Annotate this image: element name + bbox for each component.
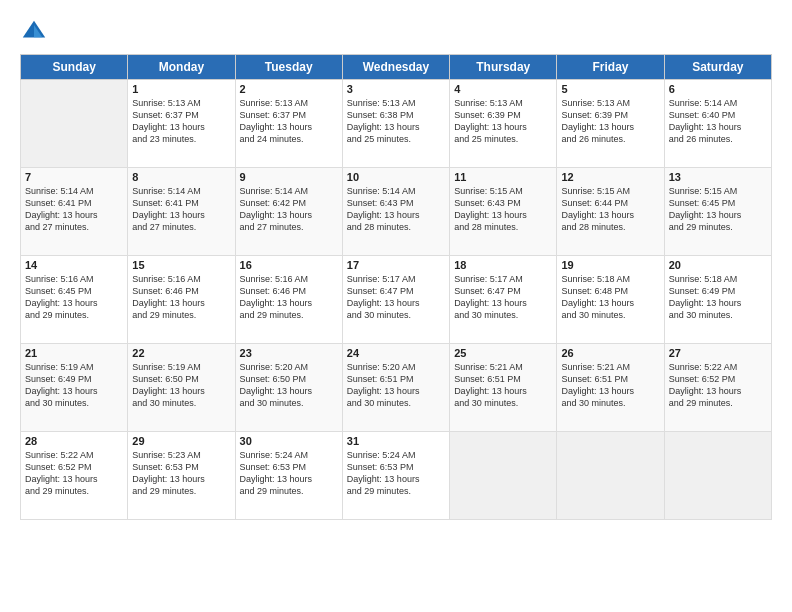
weekday-header-thursday: Thursday: [450, 55, 557, 80]
calendar-cell: 3Sunrise: 5:13 AM Sunset: 6:38 PM Daylig…: [342, 80, 449, 168]
weekday-header-sunday: Sunday: [21, 55, 128, 80]
calendar-cell: [664, 432, 771, 520]
day-info: Sunrise: 5:14 AM Sunset: 6:43 PM Dayligh…: [347, 185, 445, 234]
weekday-header-tuesday: Tuesday: [235, 55, 342, 80]
calendar-cell: 4Sunrise: 5:13 AM Sunset: 6:39 PM Daylig…: [450, 80, 557, 168]
weekday-header-friday: Friday: [557, 55, 664, 80]
day-info: Sunrise: 5:21 AM Sunset: 6:51 PM Dayligh…: [561, 361, 659, 410]
day-number: 4: [454, 83, 552, 95]
day-number: 23: [240, 347, 338, 359]
calendar-cell: 20Sunrise: 5:18 AM Sunset: 6:49 PM Dayli…: [664, 256, 771, 344]
day-number: 7: [25, 171, 123, 183]
day-info: Sunrise: 5:13 AM Sunset: 6:38 PM Dayligh…: [347, 97, 445, 146]
day-number: 5: [561, 83, 659, 95]
calendar-cell: [450, 432, 557, 520]
day-info: Sunrise: 5:16 AM Sunset: 6:46 PM Dayligh…: [240, 273, 338, 322]
day-info: Sunrise: 5:24 AM Sunset: 6:53 PM Dayligh…: [240, 449, 338, 498]
day-info: Sunrise: 5:13 AM Sunset: 6:37 PM Dayligh…: [240, 97, 338, 146]
calendar-cell: 9Sunrise: 5:14 AM Sunset: 6:42 PM Daylig…: [235, 168, 342, 256]
day-info: Sunrise: 5:18 AM Sunset: 6:48 PM Dayligh…: [561, 273, 659, 322]
logo: [20, 18, 52, 46]
calendar-cell: 31Sunrise: 5:24 AM Sunset: 6:53 PM Dayli…: [342, 432, 449, 520]
calendar-cell: [21, 80, 128, 168]
day-number: 13: [669, 171, 767, 183]
day-info: Sunrise: 5:17 AM Sunset: 6:47 PM Dayligh…: [454, 273, 552, 322]
calendar-week-2: 14Sunrise: 5:16 AM Sunset: 6:45 PM Dayli…: [21, 256, 772, 344]
calendar-cell: 5Sunrise: 5:13 AM Sunset: 6:39 PM Daylig…: [557, 80, 664, 168]
calendar-cell: 14Sunrise: 5:16 AM Sunset: 6:45 PM Dayli…: [21, 256, 128, 344]
day-number: 9: [240, 171, 338, 183]
day-number: 2: [240, 83, 338, 95]
calendar-cell: 12Sunrise: 5:15 AM Sunset: 6:44 PM Dayli…: [557, 168, 664, 256]
day-number: 16: [240, 259, 338, 271]
day-number: 28: [25, 435, 123, 447]
day-number: 19: [561, 259, 659, 271]
day-info: Sunrise: 5:16 AM Sunset: 6:45 PM Dayligh…: [25, 273, 123, 322]
day-info: Sunrise: 5:14 AM Sunset: 6:42 PM Dayligh…: [240, 185, 338, 234]
day-number: 18: [454, 259, 552, 271]
day-number: 6: [669, 83, 767, 95]
calendar-cell: 16Sunrise: 5:16 AM Sunset: 6:46 PM Dayli…: [235, 256, 342, 344]
calendar-cell: [557, 432, 664, 520]
day-info: Sunrise: 5:24 AM Sunset: 6:53 PM Dayligh…: [347, 449, 445, 498]
day-info: Sunrise: 5:15 AM Sunset: 6:45 PM Dayligh…: [669, 185, 767, 234]
day-number: 12: [561, 171, 659, 183]
day-number: 3: [347, 83, 445, 95]
day-number: 20: [669, 259, 767, 271]
day-number: 17: [347, 259, 445, 271]
calendar-cell: 23Sunrise: 5:20 AM Sunset: 6:50 PM Dayli…: [235, 344, 342, 432]
day-number: 8: [132, 171, 230, 183]
calendar-cell: 18Sunrise: 5:17 AM Sunset: 6:47 PM Dayli…: [450, 256, 557, 344]
calendar-cell: 11Sunrise: 5:15 AM Sunset: 6:43 PM Dayli…: [450, 168, 557, 256]
calendar-week-1: 7Sunrise: 5:14 AM Sunset: 6:41 PM Daylig…: [21, 168, 772, 256]
weekday-header-saturday: Saturday: [664, 55, 771, 80]
calendar-cell: 1Sunrise: 5:13 AM Sunset: 6:37 PM Daylig…: [128, 80, 235, 168]
day-number: 30: [240, 435, 338, 447]
day-number: 24: [347, 347, 445, 359]
day-number: 26: [561, 347, 659, 359]
calendar-cell: 27Sunrise: 5:22 AM Sunset: 6:52 PM Dayli…: [664, 344, 771, 432]
day-number: 14: [25, 259, 123, 271]
day-info: Sunrise: 5:19 AM Sunset: 6:50 PM Dayligh…: [132, 361, 230, 410]
calendar-cell: 19Sunrise: 5:18 AM Sunset: 6:48 PM Dayli…: [557, 256, 664, 344]
calendar-cell: 13Sunrise: 5:15 AM Sunset: 6:45 PM Dayli…: [664, 168, 771, 256]
calendar-cell: 6Sunrise: 5:14 AM Sunset: 6:40 PM Daylig…: [664, 80, 771, 168]
weekday-header-monday: Monday: [128, 55, 235, 80]
calendar-week-0: 1Sunrise: 5:13 AM Sunset: 6:37 PM Daylig…: [21, 80, 772, 168]
page: SundayMondayTuesdayWednesdayThursdayFrid…: [0, 0, 792, 612]
day-info: Sunrise: 5:20 AM Sunset: 6:51 PM Dayligh…: [347, 361, 445, 410]
calendar-cell: 17Sunrise: 5:17 AM Sunset: 6:47 PM Dayli…: [342, 256, 449, 344]
day-info: Sunrise: 5:14 AM Sunset: 6:41 PM Dayligh…: [132, 185, 230, 234]
day-number: 27: [669, 347, 767, 359]
day-number: 15: [132, 259, 230, 271]
day-number: 29: [132, 435, 230, 447]
day-number: 21: [25, 347, 123, 359]
calendar-cell: 26Sunrise: 5:21 AM Sunset: 6:51 PM Dayli…: [557, 344, 664, 432]
day-number: 10: [347, 171, 445, 183]
day-info: Sunrise: 5:16 AM Sunset: 6:46 PM Dayligh…: [132, 273, 230, 322]
calendar-cell: 29Sunrise: 5:23 AM Sunset: 6:53 PM Dayli…: [128, 432, 235, 520]
calendar-cell: 10Sunrise: 5:14 AM Sunset: 6:43 PM Dayli…: [342, 168, 449, 256]
calendar-cell: 2Sunrise: 5:13 AM Sunset: 6:37 PM Daylig…: [235, 80, 342, 168]
day-number: 1: [132, 83, 230, 95]
day-info: Sunrise: 5:22 AM Sunset: 6:52 PM Dayligh…: [669, 361, 767, 410]
day-info: Sunrise: 5:19 AM Sunset: 6:49 PM Dayligh…: [25, 361, 123, 410]
calendar-table: SundayMondayTuesdayWednesdayThursdayFrid…: [20, 54, 772, 520]
day-info: Sunrise: 5:13 AM Sunset: 6:39 PM Dayligh…: [561, 97, 659, 146]
calendar-cell: 15Sunrise: 5:16 AM Sunset: 6:46 PM Dayli…: [128, 256, 235, 344]
day-number: 11: [454, 171, 552, 183]
day-number: 25: [454, 347, 552, 359]
day-info: Sunrise: 5:15 AM Sunset: 6:44 PM Dayligh…: [561, 185, 659, 234]
calendar-header-row: SundayMondayTuesdayWednesdayThursdayFrid…: [21, 55, 772, 80]
day-info: Sunrise: 5:17 AM Sunset: 6:47 PM Dayligh…: [347, 273, 445, 322]
day-info: Sunrise: 5:13 AM Sunset: 6:39 PM Dayligh…: [454, 97, 552, 146]
calendar-week-3: 21Sunrise: 5:19 AM Sunset: 6:49 PM Dayli…: [21, 344, 772, 432]
calendar-cell: 22Sunrise: 5:19 AM Sunset: 6:50 PM Dayli…: [128, 344, 235, 432]
calendar-cell: 30Sunrise: 5:24 AM Sunset: 6:53 PM Dayli…: [235, 432, 342, 520]
day-info: Sunrise: 5:21 AM Sunset: 6:51 PM Dayligh…: [454, 361, 552, 410]
day-info: Sunrise: 5:22 AM Sunset: 6:52 PM Dayligh…: [25, 449, 123, 498]
logo-icon: [20, 18, 48, 46]
calendar-cell: 25Sunrise: 5:21 AM Sunset: 6:51 PM Dayli…: [450, 344, 557, 432]
day-info: Sunrise: 5:13 AM Sunset: 6:37 PM Dayligh…: [132, 97, 230, 146]
day-number: 31: [347, 435, 445, 447]
